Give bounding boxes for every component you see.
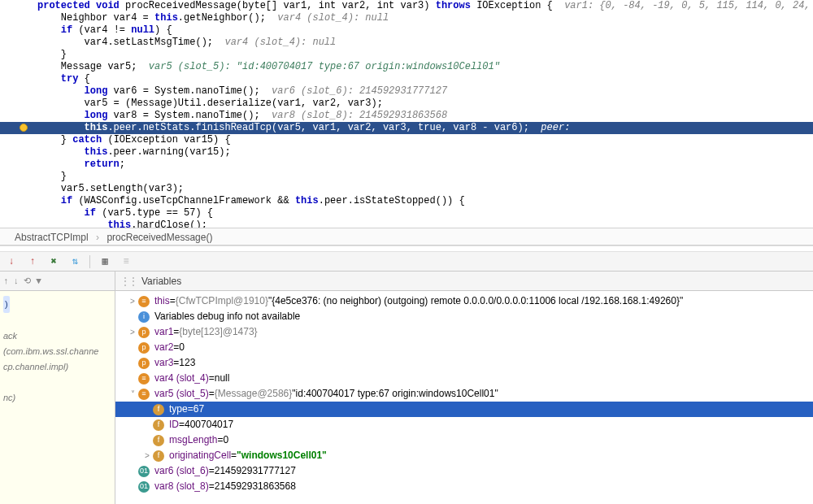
frame-down-icon[interactable]: ↓ [14,276,20,286]
var-value: "windows10Cell01" [237,448,327,463]
expand-arrow-icon[interactable]: > [141,448,153,463]
chevron-right-icon: › [96,232,99,243]
var-kind-badge: ≡ [138,373,150,385]
var-name: type [169,402,188,417]
variable-row[interactable]: >foriginatingCell = "windows10Cell01" [115,448,813,463]
filter-icon[interactable]: ▼ [36,276,41,286]
variables-header: ⋮⋮ Variables [115,272,813,291]
variable-row[interactable]: >≡this = {CfwTCPImpl@1910} "{4e5ce376: (… [115,293,813,309]
layout-icon[interactable]: ≡ [120,255,133,268]
variable-row[interactable]: fID = 400704017 [115,417,813,432]
var-name: var2 [154,340,173,355]
var-object: {byte[123]@1473} [179,324,257,340]
expand-arrow-icon[interactable]: > [127,324,138,340]
var-kind-badge: p [138,327,150,338]
var-name: var1 [154,324,173,340]
var-value: 67 [193,402,204,417]
var-kind-badge: f [153,435,164,446]
debug-toolbar: ↓ ↑ ✖ ⇅ ▦ ≡ [0,252,813,272]
var-object: {Message@2586} [215,386,293,402]
var-value: null [215,371,230,386]
var-name: var8 (slot_8) [154,479,209,494]
breadcrumb-file[interactable]: AbstractTCPImpl [15,232,89,243]
var-value: "{4e5ce376: (no neighbor) (outgoing) rem… [268,293,683,309]
frame-refresh-icon[interactable]: ⟲ [24,276,31,286]
variable-row[interactable]: iVariables debug info not available [115,309,813,324]
var-kind-badge: 01 [138,466,150,477]
var-name: var5 (slot_5) [154,386,209,402]
variable-row[interactable]: >pvar1 = {byte[123]@1473} [115,324,813,340]
mute-breakpoints-icon[interactable]: ✖ [47,255,60,268]
current-execution-line: this.peer.netStats.finishReadTcp(var5, v… [0,122,813,134]
variable-row[interactable]: 01var8 (slot_8) = 214592931863568 [115,479,813,494]
frame-item[interactable]: nc) [3,390,111,406]
variable-row[interactable]: 01var6 (slot_6) = 214592931777127 [115,463,813,479]
var-name: var6 (slot_6) [154,463,209,479]
expand-arrow-icon[interactable]: > [127,293,138,309]
expand-arrow-icon[interactable]: ˅ [127,386,138,402]
var-name: var4 (slot_4) [154,371,209,386]
var-name: originatingCell [169,448,231,463]
var-value: 123 [179,355,195,371]
variable-row[interactable]: ≡var4 (slot_4) = null [115,371,813,386]
frame-item[interactable]: ack (com.ibm.ws.ssl.channe [3,328,111,359]
var-value: 400704017 [185,417,233,432]
var-kind-badge: ≡ [138,296,150,307]
frames-panel[interactable]: ↑ ↓ ⟲ ▼ ) ack (com.ibm.ws.ssl.channe cp.… [0,272,115,504]
frame-up-icon[interactable]: ↑ [3,276,9,286]
var-value: "id:400704017 type:67 origin:windows10Ce… [292,386,498,402]
variable-row[interactable]: pvar2 = 0 [115,340,813,355]
var-value: Variables debug info not available [154,309,300,324]
var-value: 0 [223,432,228,448]
var-kind-badge: p [138,342,150,354]
variable-row[interactable]: ftype = 67 [115,402,813,417]
var-value: 0 [179,340,185,355]
variable-row[interactable]: pvar3 = 123 [115,355,813,371]
var-kind-badge: i [138,311,150,323]
var-name: ID [169,417,179,432]
var-kind-badge: f [153,419,164,431]
var-value: 214592931863568 [215,479,296,494]
breakpoint-icon[interactable] [20,124,28,132]
variable-row[interactable]: ˅≡var5 (slot_5) = {Message@2586} "id:400… [115,386,813,402]
breadcrumb[interactable]: AbstractTCPImpl › procReceivedMessage() [0,228,813,245]
selected-frame[interactable]: ) [3,296,10,313]
var-name: var3 [154,355,173,371]
var-kind-badge: ≡ [138,389,150,400]
frame-item[interactable]: cp.channel.impl) [3,359,111,375]
step-into-icon[interactable]: ↓ [5,255,18,268]
var-kind-badge: f [153,404,164,415]
var-object: {CfwTCPImpl@1910} [176,293,268,309]
grid-icon[interactable]: ▦ [98,255,111,268]
variables-panel[interactable]: ⋮⋮ Variables >≡this = {CfwTCPImpl@1910} … [115,272,813,504]
var-kind-badge: p [138,358,150,369]
variable-row[interactable]: fmsgLength = 0 [115,432,813,448]
step-out-icon[interactable]: ↑ [26,255,39,268]
frames-toolbar: ↑ ↓ ⟲ ▼ [0,272,115,291]
var-kind-badge: 01 [138,481,150,493]
grip-icon[interactable]: ⋮⋮ [120,276,137,287]
var-value: 214592931777127 [215,463,296,479]
var-kind-badge: f [153,450,164,462]
var-name: msgLength [169,432,217,448]
variables-title: Variables [141,276,181,287]
var-name: this [154,293,170,309]
code-editor[interactable]: protected void procReceivedMessage(byte[… [0,0,813,228]
swap-icon[interactable]: ⇅ [68,255,81,268]
breadcrumb-method[interactable]: procReceivedMessage() [107,232,212,243]
